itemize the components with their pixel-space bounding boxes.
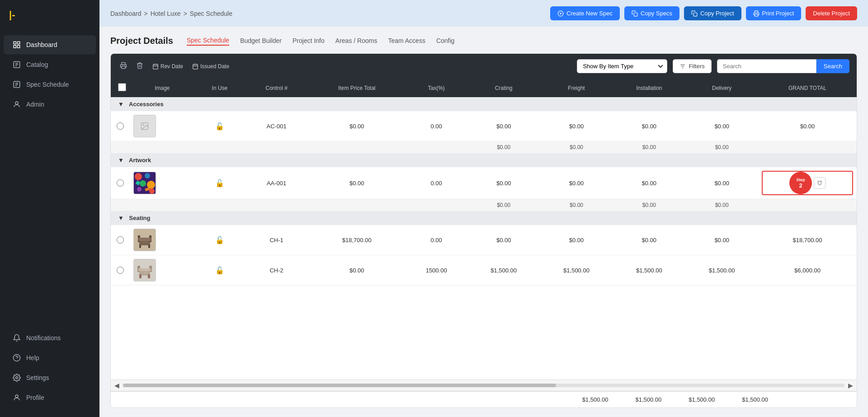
control-col-header: Control # bbox=[245, 79, 308, 97]
sidebar-label-settings: Settings bbox=[26, 374, 49, 381]
subtotal-freight: $0.00 bbox=[540, 141, 613, 154]
row-in-use-cell[interactable]: 🔓 bbox=[195, 225, 245, 255]
select-all-checkbox[interactable] bbox=[118, 83, 126, 91]
tab-budget-builder[interactable]: Budget Builder bbox=[240, 37, 282, 45]
profile-icon bbox=[13, 394, 21, 402]
row-image-cell bbox=[130, 225, 195, 255]
breadcrumb-dashboard[interactable]: Dashboard bbox=[110, 10, 142, 17]
rev-date-icon[interactable]: Rev Date bbox=[151, 61, 185, 71]
row-in-use-cell[interactable]: 🔓 bbox=[195, 167, 245, 199]
collapse-seating-icon[interactable]: ▼ bbox=[118, 215, 124, 221]
row-item-price-cell: $18,700.00 bbox=[308, 225, 406, 255]
total-crating: $1,500.00 bbox=[582, 396, 609, 403]
row-radio[interactable] bbox=[117, 236, 124, 244]
main-content: Dashboard > Hotel Luxe > Spec Schedule C… bbox=[99, 0, 868, 417]
tax-col-header: Tax(%) bbox=[406, 79, 467, 97]
copy-specs-button[interactable]: Copy Specs bbox=[624, 6, 679, 20]
scroll-left-arrow[interactable]: ◀ bbox=[114, 382, 119, 389]
row-checkbox-cell[interactable] bbox=[111, 225, 130, 255]
project-title: Project Details bbox=[110, 36, 173, 46]
svg-rect-23 bbox=[122, 66, 125, 68]
row-freight-cell: $0.00 bbox=[540, 225, 613, 255]
svg-rect-28 bbox=[193, 64, 198, 69]
sidebar-item-admin[interactable]: Admin bbox=[4, 95, 96, 114]
sidebar-label-catalog: Catalog bbox=[26, 61, 48, 68]
svg-point-15 bbox=[16, 377, 18, 379]
tab-spec-schedule[interactable]: Spec Schedule bbox=[187, 37, 229, 46]
row-checkbox-cell[interactable] bbox=[111, 111, 130, 141]
row-in-use-cell[interactable]: 🔓 bbox=[195, 111, 245, 141]
breadcrumb-project[interactable]: Hotel Luxe bbox=[151, 10, 181, 17]
sidebar-label-spec-schedule: Spec Schedule bbox=[26, 81, 69, 88]
delete-project-button[interactable]: Delete Project bbox=[806, 6, 857, 20]
tab-areas-rooms[interactable]: Areas / Rooms bbox=[335, 37, 377, 45]
project-header: Project Details Spec Schedule Budget Bui… bbox=[110, 36, 857, 46]
print-project-button[interactable]: Print Project bbox=[746, 6, 802, 20]
sidebar-item-dashboard[interactable]: Dashboard bbox=[4, 35, 96, 54]
row-grand-total-cell: $0.00 bbox=[758, 111, 857, 141]
row-checkbox-cell[interactable] bbox=[111, 255, 130, 286]
trash-toolbar-icon[interactable] bbox=[134, 60, 145, 73]
collapse-accessories-icon[interactable]: ▼ bbox=[118, 101, 124, 108]
row-checkbox-cell[interactable] bbox=[111, 167, 130, 199]
sidebar-item-profile[interactable]: Profile bbox=[4, 388, 96, 407]
dashboard-icon bbox=[13, 41, 21, 49]
issued-date-icon[interactable]: Issued Date bbox=[190, 61, 231, 71]
sidebar-item-help[interactable]: Help bbox=[4, 348, 96, 367]
row-installation-cell: $0.00 bbox=[613, 167, 685, 199]
row-tax-cell: 1500.00 bbox=[406, 255, 467, 286]
tab-team-access[interactable]: Team Access bbox=[388, 37, 425, 45]
section-seating: ▼ Seating bbox=[111, 211, 857, 225]
row-delivery-cell: $1,500.00 bbox=[685, 255, 758, 286]
copy-project-icon bbox=[691, 10, 698, 17]
lock-icon[interactable]: 🔓 bbox=[215, 267, 224, 274]
row-radio[interactable] bbox=[117, 122, 124, 130]
topbar: Dashboard > Hotel Luxe > Spec Schedule C… bbox=[99, 0, 868, 27]
crating-col-header: Crating bbox=[467, 79, 540, 97]
print-icon bbox=[753, 10, 760, 17]
table-scroll[interactable]: Image In Use Control # Item Price Total … bbox=[111, 79, 857, 380]
checkbox-header[interactable] bbox=[111, 79, 130, 97]
subtotal-freight: $0.00 bbox=[540, 199, 613, 211]
search-input[interactable] bbox=[717, 59, 816, 73]
grand-total-col-header: GRAND TOTAL bbox=[758, 79, 857, 97]
bottom-nav: Notifications Help Settings Profile bbox=[0, 323, 99, 417]
sidebar-item-spec-schedule[interactable]: Spec Schedule bbox=[4, 75, 96, 94]
row-item-price-cell: $0.00 bbox=[308, 167, 406, 199]
breadcrumb: Dashboard > Hotel Luxe > Spec Schedule bbox=[110, 10, 232, 17]
print-toolbar-icon[interactable] bbox=[118, 60, 129, 73]
copy-project-button[interactable]: Copy Project bbox=[684, 6, 741, 20]
tab-config[interactable]: Config bbox=[436, 37, 454, 45]
logo-icon: |- bbox=[9, 9, 15, 21]
search-button[interactable]: Search bbox=[816, 59, 849, 73]
svg-point-36 bbox=[143, 124, 144, 126]
lock-icon[interactable]: 🔓 bbox=[215, 179, 224, 187]
sidebar-item-catalog[interactable]: Catalog bbox=[4, 55, 96, 74]
row-radio[interactable] bbox=[117, 179, 124, 187]
subtotal-installation: $0.00 bbox=[613, 199, 685, 211]
svg-rect-1 bbox=[18, 42, 20, 44]
row-control-cell: AA-001 bbox=[245, 167, 308, 199]
section-artwork: ▼ Artwork bbox=[111, 153, 857, 167]
row-in-use-cell[interactable]: 🔓 bbox=[195, 255, 245, 286]
sidebar-item-settings[interactable]: Settings bbox=[4, 368, 96, 387]
lock-icon[interactable]: 🔓 bbox=[215, 122, 224, 130]
collapse-artwork-icon[interactable]: ▼ bbox=[118, 157, 124, 164]
delete-row-button[interactable] bbox=[814, 177, 826, 189]
row-image-cell bbox=[130, 167, 195, 199]
filters-button[interactable]: Filters bbox=[673, 59, 711, 73]
row-radio[interactable] bbox=[117, 267, 124, 274]
create-new-spec-button[interactable]: Create New Spec bbox=[550, 6, 620, 20]
show-by-select[interactable]: Show By Item Type Show By Room Show By A… bbox=[577, 59, 667, 73]
tab-project-info[interactable]: Project Info bbox=[292, 37, 325, 45]
row-item-price-cell: $0.00 bbox=[308, 255, 406, 286]
artwork-label: Artwork bbox=[129, 157, 151, 164]
step2-badge: Step 2 bbox=[789, 172, 812, 194]
svg-rect-21 bbox=[693, 13, 697, 16]
row-freight-cell: $0.00 bbox=[540, 167, 613, 199]
scroll-right-arrow[interactable]: ▶ bbox=[848, 382, 853, 389]
lock-icon[interactable]: 🔓 bbox=[215, 236, 224, 244]
notifications-icon bbox=[13, 334, 21, 342]
svg-rect-24 bbox=[153, 64, 158, 69]
sidebar-item-notifications[interactable]: Notifications bbox=[4, 328, 96, 347]
